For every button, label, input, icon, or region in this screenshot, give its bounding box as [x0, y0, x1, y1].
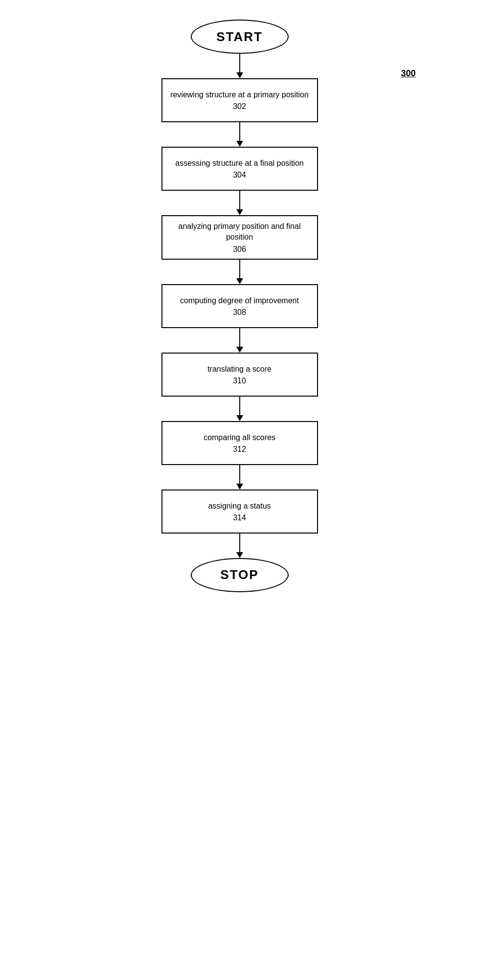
stop-label: STOP	[220, 567, 258, 582]
arrow-line-6	[239, 397, 240, 415]
arrow-line-5	[239, 328, 240, 347]
start-label: START	[216, 29, 263, 45]
arrow-4	[236, 260, 243, 284]
arrow-head-7	[236, 484, 243, 490]
box-308-num: 308	[233, 308, 246, 317]
arrow-head-3	[236, 209, 243, 215]
arrow-head-6	[236, 415, 243, 421]
box-302: reviewing structure at a primary positio…	[161, 78, 318, 122]
box-306-num: 306	[233, 245, 246, 254]
box-310-num: 310	[233, 377, 246, 385]
page-container: 300 START reviewing structure at a prima…	[0, 0, 479, 980]
stop-oval: STOP	[191, 558, 289, 592]
arrow-3	[236, 191, 243, 215]
arrow-8	[236, 534, 243, 558]
arrow-line-1	[239, 54, 240, 72]
box-312: comparing all scores 312	[161, 421, 318, 465]
box-308: computing degree of improvement 308	[161, 284, 318, 328]
box-310-text: translating a score	[207, 364, 272, 375]
diagram-wrapper: 300 START reviewing structure at a prima…	[93, 20, 387, 980]
box-306-text: analyzing primary position and final pos…	[170, 221, 310, 243]
box-304-text: assessing structure at a final position	[175, 158, 303, 169]
arrow-head-2	[236, 141, 243, 147]
arrow-line-7	[239, 465, 240, 484]
arrow-head-5	[236, 347, 243, 353]
box-308-text: computing degree of improvement	[180, 295, 299, 306]
arrow-line-4	[239, 260, 240, 278]
arrow-5	[236, 328, 243, 353]
arrow-line-8	[239, 534, 240, 552]
arrow-head-1	[236, 72, 243, 78]
box-312-text: comparing all scores	[204, 432, 275, 443]
arrow-7	[236, 465, 243, 490]
arrow-1	[236, 54, 243, 78]
box-312-num: 312	[233, 445, 246, 454]
arrow-head-8	[236, 552, 243, 558]
box-304: assessing structure at a final position …	[161, 147, 318, 191]
box-310: translating a score 310	[161, 353, 318, 397]
box-314-num: 314	[233, 513, 246, 522]
start-oval: START	[191, 20, 289, 54]
box-314: assigning a status 314	[161, 490, 318, 534]
box-304-num: 304	[233, 171, 246, 179]
arrow-6	[236, 397, 243, 421]
arrow-line-2	[239, 122, 240, 141]
box-306: analyzing primary position and final pos…	[161, 215, 318, 260]
arrow-head-4	[236, 278, 243, 284]
arrow-2	[236, 122, 243, 147]
arrow-line-3	[239, 191, 240, 209]
figure-label: 300	[401, 68, 415, 79]
box-302-num: 302	[233, 102, 246, 111]
box-302-text: reviewing structure at a primary positio…	[170, 89, 309, 100]
box-314-text: assigning a status	[208, 501, 271, 512]
